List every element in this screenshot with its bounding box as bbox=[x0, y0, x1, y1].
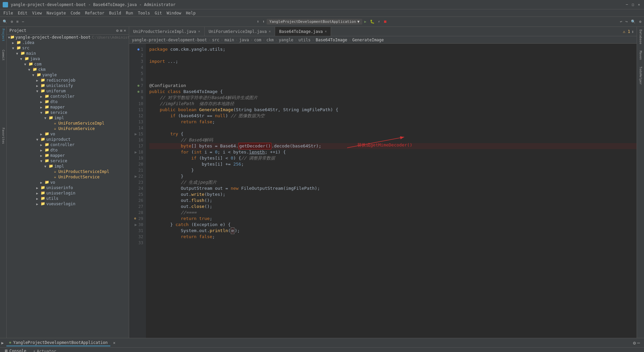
breadcrumb-java[interactable]: java bbox=[239, 38, 249, 42]
tab-uni-product-service-impl[interactable]: UniProductServiceImpl.java × bbox=[129, 27, 205, 36]
minimize-button[interactable]: ─ bbox=[625, 2, 629, 7]
menu-view[interactable]: View bbox=[30, 10, 44, 16]
tree-root[interactable]: ▼ 📁 yangle-project-development-boot C:\U… bbox=[7, 35, 129, 40]
tree-main[interactable]: ▼ 📁 main bbox=[7, 51, 129, 56]
tab-close-3[interactable]: × bbox=[325, 30, 327, 33]
breadcrumb-src[interactable]: src bbox=[212, 38, 219, 42]
breadcrumb-utils[interactable]: utils bbox=[299, 38, 311, 42]
tab-uni-forum-service-impl[interactable]: UniForumServiceImpl.java × bbox=[205, 27, 275, 36]
maven-tool[interactable]: Maven bbox=[639, 49, 642, 61]
stop-button[interactable]: ⏹ bbox=[382, 19, 388, 25]
sidebar-settings-icon[interactable]: ⚙ bbox=[116, 28, 118, 33]
tree-uniforum-serviceimpl[interactable]: ▶ ☕ UniForumServiceImpl bbox=[7, 121, 129, 126]
tree-uniproduct-vo[interactable]: ▶ 📁 vo bbox=[7, 180, 129, 185]
menu-navigate[interactable]: Navigate bbox=[45, 10, 68, 16]
tree-yangle[interactable]: ▼ 📁 yangle bbox=[7, 72, 129, 78]
code-editor[interactable]: ●1 2 3 4 5 6 ●7 ●8 9 10 11 12 13 14 ▶15 … bbox=[129, 44, 637, 338]
toolbar-settings2[interactable]: ⚙ bbox=[638, 19, 643, 25]
code-line-9: // 对字节数组字符串进行Base64解码并生成图片 bbox=[149, 95, 637, 101]
tree-uniforum-controller[interactable]: ▶ 📁 controller bbox=[7, 94, 129, 99]
menu-tools[interactable]: Tools bbox=[136, 10, 152, 16]
tree-vueuserlogin-label: vueuserlogin bbox=[46, 202, 75, 206]
menu-refactor[interactable]: Refactor bbox=[83, 10, 106, 16]
tab-close-2[interactable]: × bbox=[269, 30, 271, 33]
tree-uniproduct-mapper[interactable]: ▶ 📁 mapper bbox=[7, 153, 129, 158]
maximize-button[interactable]: □ bbox=[631, 2, 635, 7]
tree-uniclassify[interactable]: ▶ 📁 uniclassify bbox=[7, 83, 129, 88]
toolbar-settings[interactable]: ⚙ bbox=[9, 19, 14, 25]
breadcrumb-com[interactable]: com bbox=[254, 38, 261, 42]
menu-file[interactable]: File bbox=[1, 10, 15, 16]
menu-help[interactable]: Help bbox=[184, 10, 198, 16]
close-run-tab[interactable]: × bbox=[112, 341, 117, 345]
toolbar-undo[interactable]: ↩ bbox=[619, 19, 624, 25]
tree-uniuserinfo[interactable]: ▶ 📁 uniuserinfo bbox=[7, 185, 129, 190]
panel-minimize-icon[interactable]: ─ bbox=[637, 340, 640, 346]
tree-uniproduct-impl[interactable]: ▼ 📁 impl bbox=[7, 164, 129, 169]
tree-uniproduct[interactable]: ▼ 📁 uniproduct bbox=[7, 137, 129, 142]
window-controls[interactable]: ─ □ ✕ bbox=[625, 2, 641, 7]
breadcrumb-base64toimage[interactable]: Base64ToImage bbox=[316, 38, 347, 42]
tree-idea[interactable]: ▶ 📁 .idea bbox=[7, 40, 129, 45]
todo-helper-tool[interactable]: TodoHelper bbox=[639, 65, 642, 86]
tree-uniforum-vo[interactable]: ▶ 📁 vo bbox=[7, 131, 129, 137]
toolbar-redo[interactable]: ↪ bbox=[624, 19, 629, 25]
toolbar-search[interactable]: 🔍 bbox=[1, 19, 9, 25]
breadcrumb-yangle[interactable]: yangle bbox=[279, 38, 293, 42]
close-button[interactable]: ✕ bbox=[637, 2, 641, 7]
tree-uniuserlogin[interactable]: ▶ 📁 uniuserlogin bbox=[7, 190, 129, 196]
tree-uniproduct-service[interactable]: ▼ 📁 service bbox=[7, 158, 129, 164]
menu-code[interactable]: Code bbox=[69, 10, 83, 16]
menu-build[interactable]: Build bbox=[107, 10, 123, 16]
database-tool[interactable]: Database bbox=[639, 28, 642, 45]
debug-button[interactable]: 🐛 bbox=[369, 19, 376, 25]
breadcrumb-generateimage[interactable]: GenerateImage bbox=[352, 38, 384, 42]
breadcrumb-ckm[interactable]: ckm bbox=[266, 38, 274, 42]
code-content[interactable]: 替换成getMimeDecoder() package com.ckm.yang… bbox=[146, 44, 637, 338]
tree-uniproduct-dto[interactable]: ▶ 📁 dto bbox=[7, 147, 129, 153]
tree-rediscronjob[interactable]: ▶ 📁 rediscronjob bbox=[7, 78, 129, 83]
menu-edit[interactable]: Edit bbox=[16, 10, 30, 16]
run-configuration[interactable]: YangleProjectDevelopmentBootApplication … bbox=[267, 19, 362, 25]
tree-uniproduct-serviceimpl[interactable]: ▶ ☕ UniProductServiceImpl bbox=[7, 169, 129, 174]
toolbar-more[interactable]: ⋯ bbox=[20, 19, 25, 25]
breadcrumb-root[interactable]: yangle-project-development-boot bbox=[132, 38, 207, 42]
toolbar-git-push[interactable]: ⬆ bbox=[261, 19, 266, 25]
console-tab[interactable]: 🖥 Console bbox=[1, 348, 29, 352]
tree-com[interactable]: ▼ 📁 com bbox=[7, 61, 129, 67]
profile-button[interactable]: ⚡ bbox=[377, 19, 382, 25]
commit-tool-icon[interactable]: Commit bbox=[1, 48, 6, 62]
sidebar-close-icon[interactable]: × bbox=[124, 28, 126, 33]
breadcrumb-main[interactable]: main bbox=[224, 38, 234, 42]
tree-uniforum[interactable]: ▼ 📁 uniforum bbox=[7, 88, 129, 94]
sidebar-expand-icon[interactable]: ≡ bbox=[120, 28, 122, 33]
expand-icon[interactable]: ↕ bbox=[632, 29, 634, 34]
tree-uniforum-impl[interactable]: ▼ 📁 impl bbox=[7, 115, 129, 121]
tree-uniforum-dto[interactable]: ▶ 📁 dto bbox=[7, 99, 129, 104]
tree-uniproduct-service-iface[interactable]: ▶ ☕ UniProductService bbox=[7, 174, 129, 180]
tab-base64-to-image[interactable]: Base64ToImage.java × bbox=[275, 27, 331, 36]
tree-uniproduct-controller[interactable]: ▶ 📁 controller bbox=[7, 142, 129, 147]
panel-settings-icon[interactable]: ⚙ bbox=[633, 340, 636, 346]
tree-ckm[interactable]: ▼ 📁 ckm bbox=[7, 67, 129, 72]
tree-java[interactable]: ▼ 📁 java bbox=[7, 56, 129, 61]
tree-utils[interactable]: ▶ 📁 utils bbox=[7, 196, 129, 201]
toolbar-search2[interactable]: 🔍 bbox=[630, 19, 637, 25]
tree-src[interactable]: ▼ 📁 src bbox=[7, 45, 129, 51]
menu-git[interactable]: Git bbox=[153, 10, 164, 16]
tree-uniforum-service-iface[interactable]: ▶ ☕ UniForumService bbox=[7, 126, 129, 131]
project-tool-icon[interactable]: Project bbox=[1, 28, 6, 42]
menu-window[interactable]: Window bbox=[165, 10, 183, 16]
run-dropdown-icon[interactable]: ▼ bbox=[357, 19, 360, 24]
favorites-tool-icon[interactable]: Favorites bbox=[1, 129, 6, 142]
toolbar-structure[interactable]: ≡ bbox=[15, 19, 20, 25]
run-button[interactable]: ▶ bbox=[363, 19, 368, 25]
tree-vueuserlogin[interactable]: ▶ 📁 vueuserlogin bbox=[7, 201, 129, 207]
run-tab-label[interactable]: ● YangleProjectDevelopmentBootApplicatio… bbox=[6, 340, 110, 346]
tree-uniforum-mapper[interactable]: ▶ 📁 mapper bbox=[7, 104, 129, 110]
tab-close-1[interactable]: × bbox=[198, 30, 200, 33]
menu-run[interactable]: Run bbox=[124, 10, 135, 16]
toolbar-git-update[interactable]: ⬇ bbox=[256, 19, 261, 25]
tree-uniforum-service[interactable]: ▼ 📁 service bbox=[7, 110, 129, 115]
actuator-tab[interactable]: ⚡ Actuator bbox=[31, 348, 59, 352]
